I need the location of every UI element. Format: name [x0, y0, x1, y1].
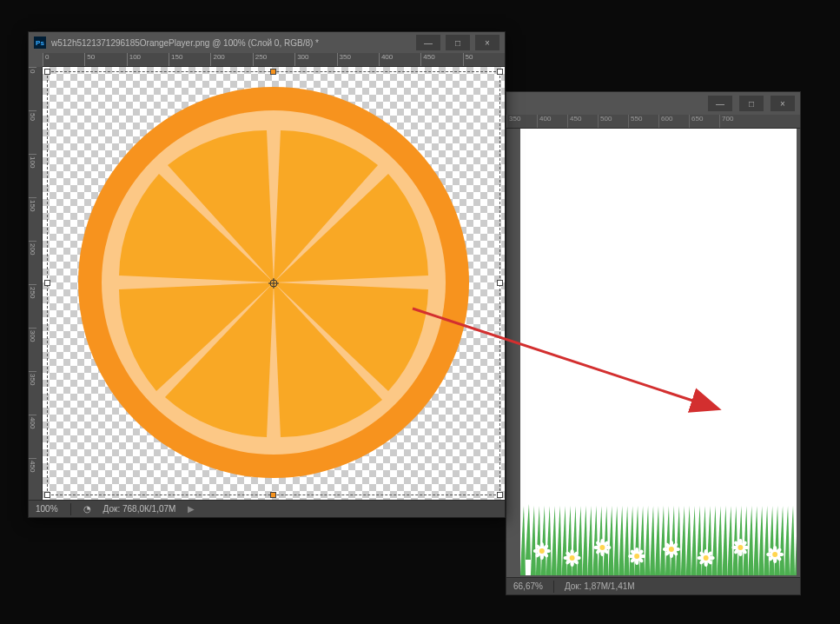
fg-maximize-button[interactable]: □ — [446, 35, 470, 50]
fg-ruler-vertical[interactable]: 0 50 100 150 200 250 300 350 400 450 — [29, 67, 43, 500]
info-icon[interactable]: ◔ — [83, 504, 91, 514]
fg-doc-info: Док: 768,0К/1,07М — [103, 504, 176, 514]
transform-center-point[interactable] — [268, 278, 279, 289]
transform-handle-top-right[interactable] — [497, 69, 503, 75]
fg-titlebar[interactable]: Ps w512h5121371296185OrangePlayer.png @ … — [29, 32, 505, 53]
bg-titlebar[interactable]: — □ × — [506, 92, 800, 115]
transform-handle-bottom-left[interactable] — [44, 492, 50, 498]
transform-handle-top-center[interactable] — [270, 69, 276, 75]
free-transform-bounding-box[interactable] — [47, 71, 500, 495]
transform-handle-middle-right[interactable] — [497, 280, 503, 286]
fg-minimize-button[interactable]: — — [416, 35, 440, 50]
transform-handle-top-left[interactable] — [44, 69, 50, 75]
bg-zoom-level[interactable]: 66,67% — [513, 581, 543, 591]
fg-canvas[interactable] — [43, 67, 505, 500]
bg-maximize-button[interactable]: □ — [739, 96, 764, 111]
bg-doc-info: Док: 1,87М/1,41М — [565, 581, 635, 591]
fg-close-button[interactable]: × — [475, 35, 499, 50]
bg-close-button[interactable]: × — [771, 96, 795, 111]
photoshop-icon: Ps — [34, 37, 46, 49]
fg-statusbar: 100% ◔ Док: 768,0К/1,07М ▶ — [29, 500, 505, 517]
background-document-window[interactable]: — □ × 350 400 450 500 550 600 650 700 — [506, 91, 801, 595]
transform-handle-bottom-right[interactable] — [497, 492, 503, 498]
bg-statusbar: 66,67% Док: 1,87М/1,41М — [506, 577, 800, 594]
bg-minimize-button[interactable]: — — [708, 96, 732, 111]
foreground-document-window[interactable]: Ps w512h5121371296185OrangePlayer.png @ … — [28, 31, 506, 518]
transform-handle-middle-left[interactable] — [44, 280, 50, 286]
statusbar-more-icon[interactable]: ▶ — [188, 504, 195, 514]
bg-canvas[interactable] — [520, 129, 797, 575]
fg-window-title: w512h5121371296185OrangePlayer.png @ 100… — [51, 38, 416, 48]
grass-image — [520, 497, 797, 575]
transform-handle-bottom-center[interactable] — [270, 492, 276, 498]
fg-zoom-level[interactable]: 100% — [36, 504, 58, 514]
bg-ruler-horizontal: 350 400 450 500 550 600 650 700 — [506, 115, 800, 129]
fg-ruler-horizontal[interactable]: 0 50 100 150 200 250 300 350 400 450 50 — [43, 53, 505, 67]
